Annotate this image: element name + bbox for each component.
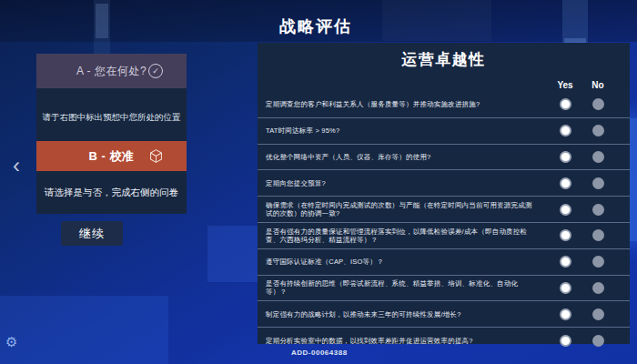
question-text: 遵守国际认证标准（CAP、ISO等）？	[258, 258, 549, 266]
question-text: 确保需求（在特定时间内完成测试的次数）与产能（在特定时间内当前可用资源完成测试的…	[258, 201, 549, 217]
radio-no[interactable]	[592, 125, 604, 136]
no-column-header: No	[581, 78, 614, 91]
radio-no[interactable]	[592, 98, 604, 110]
question-text: 定期分析实验室中的数据，以找到效率差距并促进运营效率的提高?	[258, 337, 549, 345]
section-b-body: 请选择是与否，完成右侧的问卷	[36, 171, 187, 214]
section-b-instruction: 请选择是与否，完成右侧的问卷	[45, 187, 178, 199]
radio-yes[interactable]	[560, 282, 571, 294]
radio-no[interactable]	[592, 256, 604, 268]
question-text: TAT时间达标率 > 95%?	[258, 126, 549, 135]
section-a-instruction: 请于右图中标出预想中您所处的位置	[43, 106, 181, 124]
questionnaire-title: 运营卓越性	[258, 49, 630, 70]
radio-no[interactable]	[592, 204, 604, 216]
radio-yes[interactable]	[560, 229, 571, 241]
cube-icon	[148, 148, 164, 167]
instructions-panel: A - 您在何处? ✓ 请于右图中标出预想中您所处的位置 B - 校准 请选择是…	[36, 54, 187, 214]
question-text: 定期调查您的客户和利益关系人（服务质量等）并推动实施改进措施?	[258, 100, 549, 108]
question-row: 制定强有力的战略计划，以推动未来三年的可持续性发展/增长?	[258, 300, 630, 327]
questionnaire-panel: 运营卓越性 Yes No 定期调查您的客户和利益关系人（服务质量等）并推动实施改…	[258, 43, 630, 344]
answer-columns-header: Yes No	[258, 78, 630, 91]
bg-decoration	[0, 296, 168, 364]
question-row: 遵守国际认证标准（CAP、ISO等）？	[258, 248, 630, 275]
question-row: 是否有持续创新的思维（即尝试新流程、系统、精益举措、培训、标准化、自动化等）？	[258, 275, 630, 301]
radio-no[interactable]	[592, 177, 604, 189]
radio-yes[interactable]	[560, 125, 571, 136]
radio-yes[interactable]	[560, 256, 571, 268]
bg-decoration	[96, 4, 108, 38]
question-text: 定期向您提交预算?	[258, 179, 549, 187]
question-text: 优化整个网络中资产（人员、仪器、库存等）的使用?	[258, 153, 549, 161]
question-list: 定期调查您的客户和利益关系人（服务质量等）并推动实施改进措施? TAT时间达标率…	[258, 91, 630, 353]
continue-button[interactable]: 继续	[61, 221, 123, 246]
radio-yes[interactable]	[560, 308, 571, 320]
section-b-label: B - 校准	[89, 148, 135, 165]
question-text: 是否有持续创新的思维（即尝试新流程、系统、精益举措、培训、标准化、自动化等）？	[258, 279, 549, 296]
yes-column-header: Yes	[549, 78, 581, 91]
radio-no[interactable]	[592, 229, 604, 241]
radio-yes[interactable]	[560, 98, 571, 110]
question-row: 确保需求（在特定时间内完成测试的次数）与产能（在特定时间内当前可用资源完成测试的…	[258, 196, 630, 222]
radio-no[interactable]	[592, 335, 604, 347]
radio-yes[interactable]	[560, 204, 571, 216]
section-b-header[interactable]: B - 校准	[36, 141, 187, 171]
question-row: TAT时间达标率 > 95%?	[258, 117, 630, 144]
back-chevron-icon[interactable]: ‹	[13, 155, 20, 177]
bg-decoration	[382, 0, 491, 41]
radio-yes[interactable]	[560, 177, 571, 189]
question-row: 定期调查您的客户和利益关系人（服务质量等）并推动实施改进措施?	[258, 91, 630, 117]
radio-no[interactable]	[592, 282, 604, 294]
section-a-body: 请于右图中标出预想中您所处的位置	[36, 88, 187, 141]
radio-no[interactable]	[592, 308, 604, 320]
footer-code: ADD-00064388	[291, 349, 348, 357]
radio-yes[interactable]	[560, 335, 571, 347]
question-row: 是否有强有力的质量保证和管理流程落实到位，以降低检验误差/成本（即自动质控检查、…	[258, 222, 630, 248]
check-circle-icon: ✓	[148, 64, 163, 78]
gear-icon[interactable]: ⚙	[5, 335, 17, 349]
page-title: 战略评估	[279, 15, 352, 37]
section-a-header[interactable]: A - 您在何处? ✓	[36, 54, 187, 88]
question-text: 是否有强有力的质量保证和管理流程落实到位，以降低检验误差/成本（即自动质控检查、…	[258, 228, 549, 244]
radio-no[interactable]	[592, 151, 604, 163]
question-row: 优化整个网络中资产（人员、仪器、库存等）的使用?	[258, 144, 630, 170]
radio-yes[interactable]	[560, 151, 571, 163]
question-text: 制定强有力的战略计划，以推动未来三年的可持续性发展/增长?	[258, 310, 549, 318]
question-row: 定期向您提交预算?	[258, 169, 630, 196]
section-a-label: A - 您在何处?	[76, 64, 147, 79]
